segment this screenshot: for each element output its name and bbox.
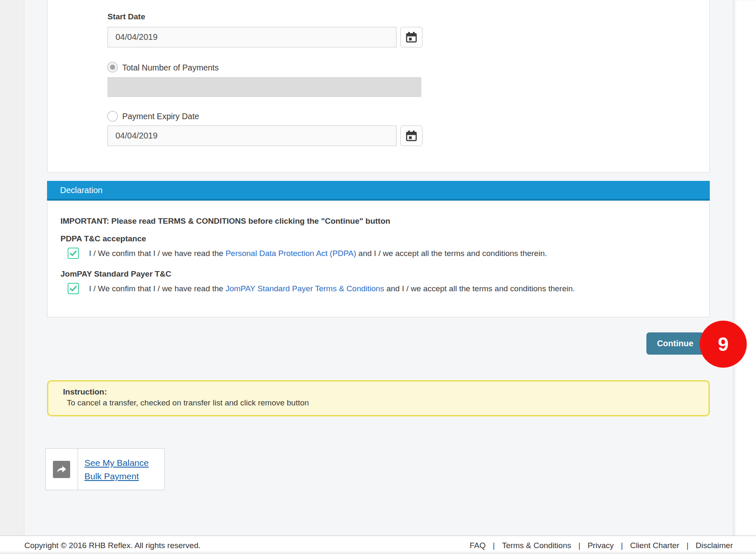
footer-link-faq[interactable]: FAQ — [470, 541, 486, 550]
pdpa-consent-row: I / We confim that I / we have read the … — [68, 248, 547, 259]
checkmark-icon — [69, 284, 78, 293]
total-payments-input — [108, 77, 421, 97]
pdpa-link[interactable]: Personal Data Protection Act (PDPA) — [226, 249, 356, 258]
continue-button[interactable]: Continue — [646, 332, 704, 355]
copyright-text: Copyright © 2016 RHB Reflex. All rights … — [24, 541, 201, 550]
footer-link-client-charter[interactable]: Client Charter — [630, 541, 679, 550]
page: Start Date Total Number of Payments Paym… — [0, 0, 756, 554]
quick-links-box: See My Balance Bulk Payment — [45, 448, 165, 490]
calendar-icon — [405, 129, 418, 142]
separator: | — [493, 541, 495, 550]
footer-link-disclaimer[interactable]: Disclaimer — [696, 541, 733, 550]
total-payments-radio[interactable] — [107, 62, 118, 73]
left-gutter — [0, 0, 24, 536]
consent-text-pre: I / We confim that I / we have read the — [89, 249, 226, 258]
start-date-calendar-button[interactable] — [400, 27, 423, 47]
footer-link-terms[interactable]: Terms & Conditions — [502, 541, 571, 550]
divider — [78, 449, 78, 490]
pdpa-consent-text: I / We confim that I / we have read the … — [89, 248, 547, 258]
jompay-checkbox[interactable] — [68, 283, 79, 294]
separator: | — [621, 541, 623, 550]
consent-text-pre: I / We confim that I / we have read the — [89, 284, 226, 293]
expiry-date-calendar-button[interactable] — [400, 125, 423, 146]
footer-links: FAQ | Terms & Conditions | Privacy | Cli… — [470, 541, 733, 550]
separator: | — [578, 541, 580, 550]
calendar-icon — [405, 31, 418, 44]
instruction-box: Instruction: To cancel a transfer, check… — [47, 380, 710, 416]
jompay-consent-row: I / We confim that I / we have read the … — [68, 283, 575, 294]
see-my-balance-link[interactable]: See My Balance — [84, 458, 149, 468]
pdpa-checkbox[interactable] — [68, 248, 79, 259]
checkmark-icon — [69, 249, 78, 258]
jompay-heading: JomPAY Standard Payer T&C — [60, 269, 171, 279]
footer: Copyright © 2016 RHB Reflex. All rights … — [0, 536, 756, 554]
instruction-title: Instruction: — [63, 387, 107, 397]
declaration-panel: IMPORTANT: Please read TERMS & CONDITION… — [47, 202, 710, 317]
expiry-date-label: Payment Expiry Date — [122, 112, 199, 121]
start-date-label: Start Date — [108, 12, 145, 21]
consent-text-post: and I / we accept all the terms and cond… — [356, 249, 547, 258]
declaration-header: Declaration — [47, 181, 710, 201]
jompay-link[interactable]: JomPAY Standard Payer Terms & Conditions — [226, 284, 384, 293]
declaration-important-note: IMPORTANT: Please read TERMS & CONDITION… — [60, 217, 390, 226]
instruction-text: To cancel a transfer, checked on transfe… — [67, 398, 309, 408]
schedule-form-panel: Start Date Total Number of Payments Paym… — [47, 0, 710, 172]
start-date-input[interactable] — [108, 27, 396, 47]
expiry-date-radio[interactable] — [107, 111, 118, 122]
jompay-consent-text: I / We confim that I / we have read the … — [89, 283, 575, 293]
bulk-payment-link[interactable]: Bulk Payment — [84, 471, 139, 481]
total-payments-label: Total Number of Payments — [122, 63, 219, 73]
separator: | — [686, 541, 688, 550]
pdpa-heading: PDPA T&C acceptance — [60, 234, 146, 243]
footer-link-privacy[interactable]: Privacy — [588, 541, 614, 550]
shortcut-arrow-icon — [53, 461, 70, 478]
step-9-badge: 9 — [700, 321, 747, 368]
right-gutter — [733, 0, 756, 536]
expiry-date-input[interactable] — [108, 125, 396, 146]
consent-text-post: and I / we accept all the terms and cond… — [384, 284, 575, 293]
